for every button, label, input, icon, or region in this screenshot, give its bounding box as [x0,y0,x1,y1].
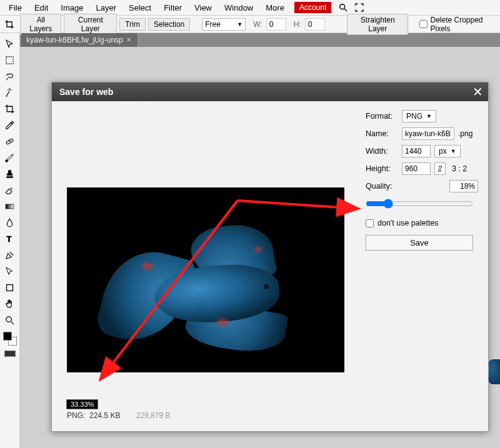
palettes-checkbox[interactable]: don't use palettes [366,219,478,227]
width-label: Width: [366,147,398,156]
menu-more[interactable]: More [259,1,291,15]
all-layers-button[interactable]: All Layers [20,14,61,35]
toolbox: T [0,33,20,448]
wand-tool-icon[interactable] [2,85,18,100]
heal-tool-icon[interactable] [2,134,18,149]
palettes-label: don't use palettes [378,219,439,227]
link-aspect-icon[interactable] [434,162,446,175]
crop-tool-icon[interactable] [2,101,18,116]
account-button[interactable]: Account [294,2,331,13]
quickmask-icon[interactable] [4,351,16,357]
format-value: PNG [406,112,422,121]
delete-cropped-checkbox[interactable]: Delete Cropped Pixels [419,16,498,33]
menu-layer[interactable]: Layer [90,1,123,15]
quality-label: Quality: [366,182,398,191]
blur-tool-icon[interactable] [2,215,18,230]
color-swatch[interactable] [3,332,17,346]
format-short-label: PNG: [67,411,85,420]
filesize-value: 224.5 KB [89,411,120,420]
menu-image[interactable]: Image [54,1,89,15]
close-icon[interactable]: ✕ [472,86,483,98]
svg-line-1 [344,9,347,11]
pen-tool-icon[interactable] [2,247,18,262]
chevron-down-icon: ▼ [426,113,432,119]
menu-window[interactable]: Window [218,1,259,15]
dialog-title: Save for web [59,87,113,97]
path-select-tool-icon[interactable] [2,264,18,279]
height-input[interactable] [402,162,431,175]
svg-rect-7 [7,284,13,291]
svg-point-0 [340,4,345,9]
filename-input[interactable] [402,127,454,140]
crop-width-input[interactable] [266,18,286,31]
svg-point-4 [6,159,8,162]
width-unit-select[interactable]: px ▼ [434,145,461,157]
document-tab-bar: kyaw-tun-k6BHLfw_jUg-unsp × [0,33,500,47]
svg-rect-2 [6,56,13,63]
crop-icon [4,18,15,31]
document-tab[interactable]: kyaw-tun-k6BHLfw_jUg-unsp × [21,33,137,47]
gradient-tool-icon[interactable] [2,199,18,214]
chevron-down-icon: ▼ [451,148,456,154]
selection-button[interactable]: Selection [148,18,190,31]
close-icon[interactable]: × [127,36,131,44]
marquee-tool-icon[interactable] [2,52,18,67]
save-button[interactable]: Save [366,235,473,251]
hand-tool-icon[interactable] [2,296,18,311]
eraser-tool-icon[interactable] [2,182,18,197]
chevron-down-icon: ▼ [237,21,242,27]
width-input[interactable] [402,145,431,157]
trim-button[interactable]: Trim [119,18,146,31]
quality-slider[interactable] [366,199,473,209]
preview-pane: 33.33% PNG: 224.5 KB 229,879 B [52,101,363,431]
options-bar: All Layers Current Layer Trim Selection … [0,16,500,33]
svg-point-8 [6,316,11,321]
svg-text:T: T [7,234,12,243]
preview-image [67,187,344,372]
lasso-tool-icon[interactable] [2,69,18,84]
menu-view[interactable]: View [188,1,218,15]
delete-cropped-input[interactable] [419,20,428,28]
document-tab-label: kyaw-tun-k6BHLfw_jUg-unsp [26,36,123,44]
delete-cropped-label: Delete Cropped Pixels [430,16,498,33]
constraint-value: Free [205,20,221,29]
current-layer-button[interactable]: Current Layer [64,14,117,35]
menu-select[interactable]: Select [122,1,158,15]
svg-line-9 [11,321,14,324]
fullscreen-icon[interactable] [353,1,366,14]
search-icon[interactable] [337,1,349,14]
straighten-button[interactable]: Straighten Layer [347,14,408,35]
menu-filter[interactable]: Filter [158,1,188,15]
name-label: Name: [366,129,398,138]
menu-file[interactable]: File [2,1,28,15]
width-label: W: [248,20,263,29]
format-label: Format: [366,112,398,121]
move-tool-icon[interactable] [2,36,18,51]
constraint-select[interactable]: Free ▼ [202,18,246,31]
palettes-checkbox-input[interactable] [366,219,374,227]
height-label: Height: [366,164,398,173]
width-unit-value: px [439,147,447,156]
shape-tool-icon[interactable] [2,280,18,295]
crop-height-input[interactable] [305,18,325,31]
dialog-titlebar[interactable]: Save for web ✕ [52,82,488,101]
eyedropper-tool-icon[interactable] [2,117,18,132]
filesize-bytes: 229,879 B [136,411,171,420]
height-label: H: [289,20,302,29]
stamp-tool-icon[interactable] [2,166,18,181]
format-select[interactable]: PNG ▼ [402,110,436,122]
zoom-tool-icon[interactable] [2,312,18,327]
quality-input[interactable] [449,180,478,192]
brush-tool-icon[interactable] [2,150,18,165]
export-settings-pane: Format: PNG ▼ Name: .png Width: px ▼ [363,101,488,431]
filename-ext: .png [458,129,472,138]
type-tool-icon[interactable]: T [2,231,18,246]
svg-rect-5 [6,204,14,208]
menu-edit[interactable]: Edit [28,1,54,15]
aspect-ratio: 3 : 2 [452,164,467,173]
save-for-web-dialog: Save for web ✕ 33.33% PNG: 224.5 KB 229,… [51,82,489,432]
zoom-badge[interactable]: 33.33% [67,400,98,409]
